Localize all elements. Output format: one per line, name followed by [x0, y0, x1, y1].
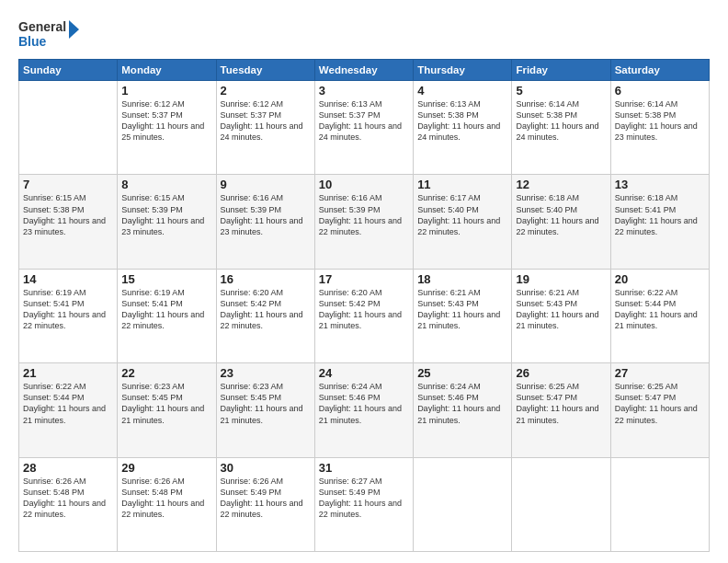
weekday-saturday: Saturday [610, 60, 709, 81]
sunset: Sunset: 5:46 PM [319, 393, 381, 402]
day-cell: 10 Sunrise: 6:16 AM Sunset: 5:39 PM Dayl… [314, 175, 413, 269]
sunset: Sunset: 5:48 PM [121, 488, 183, 497]
daylight: Daylight: 11 hours and 21 minutes. [417, 310, 500, 330]
sunrise: Sunrise: 6:16 AM [319, 193, 382, 202]
day-number: 11 [417, 178, 507, 191]
day-cell: 8 Sunrise: 6:15 AM Sunset: 5:39 PM Dayli… [118, 175, 216, 269]
day-info: Sunrise: 6:12 AM Sunset: 5:37 PM Dayligh… [221, 98, 311, 144]
day-number: 9 [221, 178, 311, 191]
daylight: Daylight: 11 hours and 22 minutes. [319, 499, 402, 519]
sunset: Sunset: 5:38 PM [417, 110, 479, 120]
week-row-1: 7 Sunrise: 6:15 AM Sunset: 5:38 PM Dayli… [19, 175, 710, 269]
day-info: Sunrise: 6:14 AM Sunset: 5:38 PM Dayligh… [516, 98, 606, 144]
day-number: 24 [319, 366, 409, 380]
day-cell: 29 Sunrise: 6:26 AM Sunset: 5:48 PM Dayl… [118, 457, 216, 551]
sunrise: Sunrise: 6:14 AM [615, 99, 678, 109]
day-info: Sunrise: 6:14 AM Sunset: 5:38 PM Dayligh… [615, 98, 705, 144]
daylight: Daylight: 11 hours and 22 minutes. [221, 499, 303, 519]
day-number: 22 [121, 366, 211, 380]
day-cell: 12 Sunrise: 6:18 AM Sunset: 5:40 PM Dayl… [512, 175, 610, 269]
day-number: 19 [516, 272, 606, 286]
day-cell: 6 Sunrise: 6:14 AM Sunset: 5:38 PM Dayli… [610, 81, 709, 175]
sunrise: Sunrise: 6:15 AM [23, 193, 86, 202]
sunrise: Sunrise: 6:27 AM [319, 477, 382, 486]
day-number: 21 [23, 366, 113, 380]
sunset: Sunset: 5:41 PM [23, 299, 85, 308]
day-cell: 30 Sunrise: 6:26 AM Sunset: 5:49 PM Dayl… [216, 457, 314, 551]
daylight: Daylight: 11 hours and 21 minutes. [121, 404, 204, 424]
sunset: Sunset: 5:49 PM [221, 488, 282, 497]
sunset: Sunset: 5:40 PM [417, 205, 479, 214]
day-cell: 13 Sunrise: 6:18 AM Sunset: 5:41 PM Dayl… [610, 175, 709, 269]
day-cell: 7 Sunrise: 6:15 AM Sunset: 5:38 PM Dayli… [19, 175, 118, 269]
day-number: 14 [23, 272, 113, 286]
sunset: Sunset: 5:38 PM [23, 205, 85, 214]
weekday-header-row: SundayMondayTuesdayWednesdayThursdayFrid… [19, 60, 710, 81]
sunrise: Sunrise: 6:18 AM [615, 193, 678, 202]
sunrise: Sunrise: 6:23 AM [221, 382, 284, 391]
day-number: 3 [319, 84, 409, 98]
sunrise: Sunrise: 6:26 AM [23, 477, 86, 486]
daylight: Daylight: 11 hours and 21 minutes. [319, 404, 402, 424]
sunrise: Sunrise: 6:23 AM [121, 382, 185, 391]
week-row-3: 21 Sunrise: 6:22 AM Sunset: 5:44 PM Dayl… [19, 363, 710, 457]
day-number: 7 [23, 178, 113, 191]
day-number: 26 [516, 366, 606, 380]
weekday-friday: Friday [512, 60, 610, 81]
sunrise: Sunrise: 6:13 AM [417, 99, 481, 109]
day-info: Sunrise: 6:22 AM Sunset: 5:44 PM Dayligh… [23, 381, 113, 426]
day-cell: 3 Sunrise: 6:13 AM Sunset: 5:37 PM Dayli… [314, 81, 413, 175]
day-info: Sunrise: 6:21 AM Sunset: 5:43 PM Dayligh… [516, 287, 606, 332]
weekday-monday: Monday [118, 60, 216, 81]
day-info: Sunrise: 6:19 AM Sunset: 5:41 PM Dayligh… [121, 287, 211, 332]
day-number: 8 [121, 178, 211, 191]
day-cell: 25 Sunrise: 6:24 AM Sunset: 5:46 PM Dayl… [414, 363, 512, 457]
daylight: Daylight: 11 hours and 21 minutes. [221, 404, 303, 424]
day-cell: 20 Sunrise: 6:22 AM Sunset: 5:44 PM Dayl… [610, 269, 709, 362]
sunrise: Sunrise: 6:15 AM [121, 193, 185, 202]
svg-text:Blue: Blue [18, 34, 47, 49]
sunrise: Sunrise: 6:18 AM [516, 193, 579, 202]
day-cell: 18 Sunrise: 6:21 AM Sunset: 5:43 PM Dayl… [414, 269, 512, 362]
day-number: 6 [615, 84, 705, 98]
day-number: 30 [221, 461, 311, 475]
day-info: Sunrise: 6:16 AM Sunset: 5:39 PM Dayligh… [221, 192, 311, 237]
day-cell: 17 Sunrise: 6:20 AM Sunset: 5:42 PM Dayl… [314, 269, 413, 362]
daylight: Daylight: 11 hours and 21 minutes. [615, 310, 698, 330]
sunrise: Sunrise: 6:14 AM [516, 99, 579, 109]
weekday-sunday: Sunday [19, 60, 118, 81]
day-number: 12 [516, 178, 606, 191]
daylight: Daylight: 11 hours and 22 minutes. [615, 404, 698, 424]
day-cell: 24 Sunrise: 6:24 AM Sunset: 5:46 PM Dayl… [314, 363, 413, 457]
daylight: Daylight: 11 hours and 22 minutes. [516, 216, 598, 236]
week-row-4: 28 Sunrise: 6:26 AM Sunset: 5:48 PM Dayl… [19, 457, 710, 551]
sunset: Sunset: 5:44 PM [23, 393, 85, 402]
daylight: Daylight: 11 hours and 25 minutes. [121, 121, 204, 142]
day-number: 10 [319, 178, 409, 191]
day-info: Sunrise: 6:15 AM Sunset: 5:38 PM Dayligh… [23, 192, 113, 237]
sunrise: Sunrise: 6:17 AM [417, 193, 481, 202]
day-number: 17 [319, 272, 409, 286]
day-info: Sunrise: 6:25 AM Sunset: 5:47 PM Dayligh… [516, 381, 606, 426]
day-info: Sunrise: 6:13 AM Sunset: 5:38 PM Dayligh… [417, 98, 507, 144]
day-cell: 11 Sunrise: 6:17 AM Sunset: 5:40 PM Dayl… [414, 175, 512, 269]
daylight: Daylight: 11 hours and 23 minutes. [221, 216, 303, 236]
day-cell: 9 Sunrise: 6:16 AM Sunset: 5:39 PM Dayli… [216, 175, 314, 269]
sunset: Sunset: 5:46 PM [417, 393, 479, 402]
day-info: Sunrise: 6:23 AM Sunset: 5:45 PM Dayligh… [221, 381, 311, 426]
day-cell: 16 Sunrise: 6:20 AM Sunset: 5:42 PM Dayl… [216, 269, 314, 362]
sunrise: Sunrise: 6:20 AM [221, 288, 284, 297]
day-info: Sunrise: 6:18 AM Sunset: 5:41 PM Dayligh… [615, 192, 705, 237]
sunset: Sunset: 5:38 PM [516, 110, 577, 120]
day-info: Sunrise: 6:20 AM Sunset: 5:42 PM Dayligh… [319, 287, 409, 332]
sunset: Sunset: 5:37 PM [319, 110, 381, 120]
sunrise: Sunrise: 6:22 AM [615, 288, 678, 297]
page: GeneralBlue SundayMondayTuesdayWednesday… [0, 0, 728, 563]
day-info: Sunrise: 6:23 AM Sunset: 5:45 PM Dayligh… [121, 381, 211, 426]
day-number: 20 [615, 272, 705, 286]
daylight: Daylight: 11 hours and 23 minutes. [23, 216, 106, 236]
daylight: Daylight: 11 hours and 24 minutes. [319, 121, 402, 142]
day-info: Sunrise: 6:24 AM Sunset: 5:46 PM Dayligh… [417, 381, 507, 426]
daylight: Daylight: 11 hours and 21 minutes. [23, 404, 106, 424]
day-cell: 22 Sunrise: 6:23 AM Sunset: 5:45 PM Dayl… [118, 363, 216, 457]
